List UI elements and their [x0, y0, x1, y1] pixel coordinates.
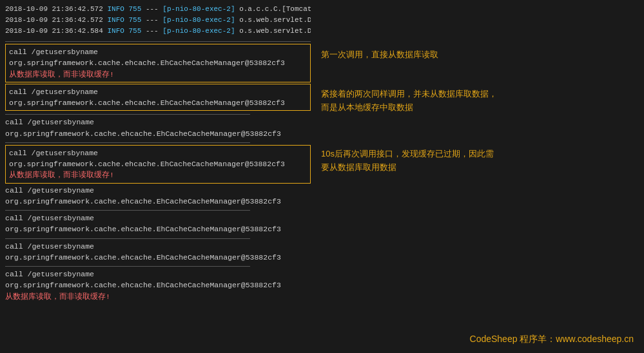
cache-line: org.springframework.cache.ehcache.EhCach…	[9, 158, 307, 169]
db-read-line: 从数据库读取，而非读取缓存!	[9, 169, 307, 180]
log-num: 755	[128, 5, 141, 13]
log-thread: [p-nio-80-exec-2]	[162, 27, 235, 35]
comment-text-1: 第一次调用，直接从数据库读取	[321, 48, 639, 62]
comment-text-3: 10s后再次调用接口，发现缓存已过期，因此需要从数据库取用数据	[321, 148, 639, 175]
log-num: 755	[128, 27, 141, 35]
log-sep: ---	[146, 5, 159, 13]
log-pkg: o.a.c.c.C.[Tomcat].[localhost].[/]	[239, 5, 311, 13]
call-line: call /getusersbyname	[5, 269, 311, 280]
log-thread: [p-nio-80-exec-2]	[162, 5, 235, 13]
cache-line: org.springframework.cache.ehcache.EhCach…	[5, 280, 311, 291]
left-panel: 2018-10-09 21:36:42.572 INFO 755 --- [p-…	[0, 0, 316, 353]
log-timestamp: 2018-10-09 21:36:42.572	[5, 5, 103, 13]
call-block-1: call /getusersbyname org.springframework…	[5, 44, 311, 82]
call-block-7: call /getusersbyname org.springframework…	[5, 269, 311, 302]
call-block-6: call /getusersbyname org.springframework…	[5, 241, 311, 263]
log-level: INFO	[107, 16, 124, 24]
log-level: INFO	[107, 27, 124, 35]
call-block-3: call /getusersbyname org.springframework…	[5, 145, 311, 184]
log-pkg: o.s.web.servlet.DispatcherServlet	[239, 16, 311, 24]
divider-top	[5, 41, 311, 42]
footer-text: CodeSheep 程序羊：www.codesheep.cn	[470, 334, 634, 344]
comment-2: 紧接着的两次同样调用，并未从数据库取数据，而是从本地缓存中取数据	[321, 88, 639, 115]
divider-4	[5, 210, 250, 211]
call-line: call /getusersbyname	[5, 117, 311, 128]
log-sep: ---	[146, 16, 159, 24]
right-panel: 第一次调用，直接从数据库读取 紧接着的两次同样调用，并未从数据库取数据，而是从本…	[316, 0, 644, 353]
footer: CodeSheep 程序羊：www.codesheep.cn	[465, 331, 639, 348]
log-level: INFO	[107, 5, 124, 13]
db-read-line: 从数据库读取，而非读取缓存!	[5, 291, 311, 302]
call-line: call /getusersbyname	[9, 148, 307, 158]
comment-3: 10s后再次调用接口，发现缓存已过期，因此需要从数据库取用数据	[321, 148, 639, 175]
comment-text-2: 紧接着的两次同样调用，并未从数据库取数据，而是从本地缓存中取数据	[321, 88, 639, 115]
divider-3	[5, 142, 250, 143]
call-line: call /getusersbyname	[5, 241, 311, 252]
call-block-2a: call /getusersbyname org.springframework…	[5, 84, 311, 111]
call-line: call /getusersbyname	[9, 46, 307, 57]
top-logs: 2018-10-09 21:36:42.572 INFO 755 --- [p-…	[5, 4, 311, 37]
cache-line: org.springframework.cache.ehcache.EhCach…	[9, 97, 307, 108]
call-block-2b: call /getusersbyname org.springframework…	[5, 117, 311, 139]
call-block-5: call /getusersbyname org.springframework…	[5, 213, 311, 235]
log-thread: [p-nio-80-exec-2]	[162, 16, 235, 24]
log-num: 755	[128, 16, 141, 24]
log-timestamp: 2018-10-09 21:36:42.572	[5, 16, 103, 24]
divider-2	[5, 114, 250, 115]
cache-line: org.springframework.cache.ehcache.EhCach…	[9, 57, 307, 68]
call-block-4: call /getusersbyname org.springframework…	[5, 185, 311, 207]
db-read-line: 从数据库读取，而非读取缓存!	[9, 69, 307, 80]
log-sep: ---	[146, 27, 159, 35]
log-pkg: o.s.web.servlet.DispatcherServlet	[239, 27, 311, 35]
call-line: call /getusersbyname	[5, 185, 311, 196]
cache-line: org.springframework.cache.ehcache.EhCach…	[5, 252, 311, 263]
call-line: call /getusersbyname	[9, 86, 307, 97]
cache-line: org.springframework.cache.ehcache.EhCach…	[5, 196, 311, 207]
log-line-3: 2018-10-09 21:36:42.584 INFO 755 --- [p-…	[5, 26, 311, 37]
call-line: call /getusersbyname	[5, 213, 311, 224]
divider-6	[5, 266, 250, 267]
log-line-1: 2018-10-09 21:36:42.572 INFO 755 --- [p-…	[5, 4, 311, 15]
cache-line: org.springframework.cache.ehcache.EhCach…	[5, 128, 311, 139]
comment-1: 第一次调用，直接从数据库读取	[321, 48, 639, 62]
log-line-2: 2018-10-09 21:36:42.572 INFO 755 --- [p-…	[5, 15, 311, 26]
divider-5	[5, 238, 250, 239]
cache-line: org.springframework.cache.ehcache.EhCach…	[5, 224, 311, 234]
log-timestamp: 2018-10-09 21:36:42.584	[5, 27, 103, 35]
